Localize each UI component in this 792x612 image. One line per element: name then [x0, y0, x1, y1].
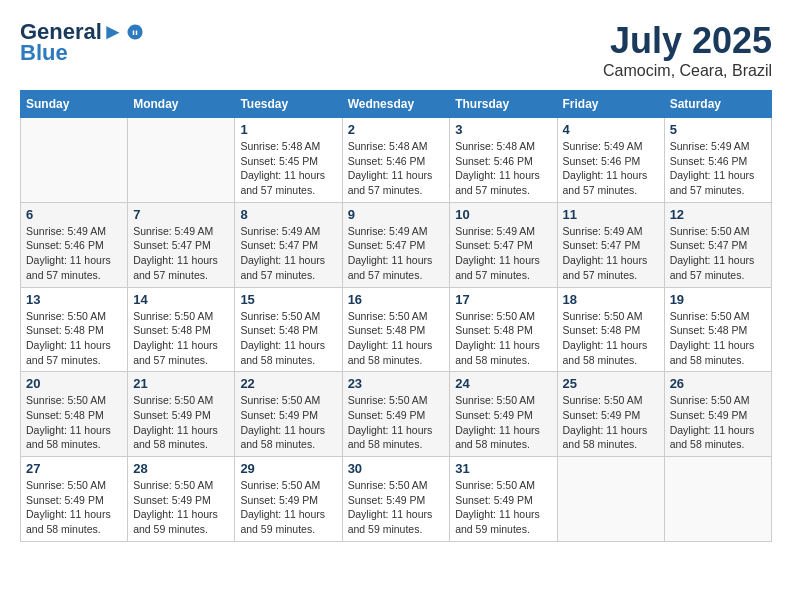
calendar-cell: 1Sunrise: 5:48 AMSunset: 5:45 PMDaylight…	[235, 118, 342, 203]
day-info: Sunrise: 5:50 AMSunset: 5:48 PMDaylight:…	[455, 309, 551, 368]
day-info: Sunrise: 5:50 AMSunset: 5:49 PMDaylight:…	[133, 478, 229, 537]
day-number: 6	[26, 207, 122, 222]
day-info: Sunrise: 5:50 AMSunset: 5:48 PMDaylight:…	[133, 309, 229, 368]
calendar-cell: 3Sunrise: 5:48 AMSunset: 5:46 PMDaylight…	[450, 118, 557, 203]
day-of-week-header: Friday	[557, 91, 664, 118]
day-number: 22	[240, 376, 336, 391]
day-of-week-header: Monday	[128, 91, 235, 118]
day-number: 5	[670, 122, 766, 137]
calendar-cell: 15Sunrise: 5:50 AMSunset: 5:48 PMDayligh…	[235, 287, 342, 372]
day-number: 30	[348, 461, 445, 476]
day-number: 10	[455, 207, 551, 222]
day-info: Sunrise: 5:50 AMSunset: 5:49 PMDaylight:…	[455, 393, 551, 452]
day-number: 13	[26, 292, 122, 307]
day-info: Sunrise: 5:49 AMSunset: 5:47 PMDaylight:…	[563, 224, 659, 283]
month-title: July 2025	[603, 20, 772, 62]
calendar-cell	[21, 118, 128, 203]
day-number: 7	[133, 207, 229, 222]
calendar-cell: 25Sunrise: 5:50 AMSunset: 5:49 PMDayligh…	[557, 372, 664, 457]
day-of-week-header: Wednesday	[342, 91, 450, 118]
calendar-week-row: 1Sunrise: 5:48 AMSunset: 5:45 PMDaylight…	[21, 118, 772, 203]
calendar-cell: 2Sunrise: 5:48 AMSunset: 5:46 PMDaylight…	[342, 118, 450, 203]
day-info: Sunrise: 5:48 AMSunset: 5:46 PMDaylight:…	[455, 139, 551, 198]
day-info: Sunrise: 5:50 AMSunset: 5:49 PMDaylight:…	[670, 393, 766, 452]
calendar-cell: 14Sunrise: 5:50 AMSunset: 5:48 PMDayligh…	[128, 287, 235, 372]
day-info: Sunrise: 5:50 AMSunset: 5:49 PMDaylight:…	[26, 478, 122, 537]
day-number: 11	[563, 207, 659, 222]
day-number: 26	[670, 376, 766, 391]
day-number: 18	[563, 292, 659, 307]
calendar-cell: 27Sunrise: 5:50 AMSunset: 5:49 PMDayligh…	[21, 457, 128, 542]
day-info: Sunrise: 5:50 AMSunset: 5:48 PMDaylight:…	[563, 309, 659, 368]
day-number: 12	[670, 207, 766, 222]
day-number: 25	[563, 376, 659, 391]
day-info: Sunrise: 5:50 AMSunset: 5:49 PMDaylight:…	[133, 393, 229, 452]
day-number: 1	[240, 122, 336, 137]
day-number: 27	[26, 461, 122, 476]
logo-icon	[126, 23, 144, 41]
day-number: 16	[348, 292, 445, 307]
day-info: Sunrise: 5:49 AMSunset: 5:46 PMDaylight:…	[563, 139, 659, 198]
calendar-cell: 17Sunrise: 5:50 AMSunset: 5:48 PMDayligh…	[450, 287, 557, 372]
day-info: Sunrise: 5:49 AMSunset: 5:47 PMDaylight:…	[348, 224, 445, 283]
day-info: Sunrise: 5:48 AMSunset: 5:45 PMDaylight:…	[240, 139, 336, 198]
calendar-week-row: 27Sunrise: 5:50 AMSunset: 5:49 PMDayligh…	[21, 457, 772, 542]
day-number: 15	[240, 292, 336, 307]
day-info: Sunrise: 5:49 AMSunset: 5:47 PMDaylight:…	[455, 224, 551, 283]
day-info: Sunrise: 5:50 AMSunset: 5:49 PMDaylight:…	[348, 478, 445, 537]
calendar-header-row: SundayMondayTuesdayWednesdayThursdayFrid…	[21, 91, 772, 118]
day-of-week-header: Saturday	[664, 91, 771, 118]
day-number: 31	[455, 461, 551, 476]
logo: General► Blue	[20, 20, 144, 66]
calendar-cell: 24Sunrise: 5:50 AMSunset: 5:49 PMDayligh…	[450, 372, 557, 457]
calendar-cell: 8Sunrise: 5:49 AMSunset: 5:47 PMDaylight…	[235, 202, 342, 287]
calendar-cell	[128, 118, 235, 203]
calendar-cell: 10Sunrise: 5:49 AMSunset: 5:47 PMDayligh…	[450, 202, 557, 287]
day-of-week-header: Tuesday	[235, 91, 342, 118]
day-number: 24	[455, 376, 551, 391]
calendar-cell: 18Sunrise: 5:50 AMSunset: 5:48 PMDayligh…	[557, 287, 664, 372]
calendar-cell: 4Sunrise: 5:49 AMSunset: 5:46 PMDaylight…	[557, 118, 664, 203]
calendar-cell: 31Sunrise: 5:50 AMSunset: 5:49 PMDayligh…	[450, 457, 557, 542]
day-number: 14	[133, 292, 229, 307]
day-info: Sunrise: 5:50 AMSunset: 5:49 PMDaylight:…	[563, 393, 659, 452]
day-number: 19	[670, 292, 766, 307]
day-number: 2	[348, 122, 445, 137]
calendar-cell: 29Sunrise: 5:50 AMSunset: 5:49 PMDayligh…	[235, 457, 342, 542]
day-info: Sunrise: 5:50 AMSunset: 5:49 PMDaylight:…	[348, 393, 445, 452]
calendar-cell: 9Sunrise: 5:49 AMSunset: 5:47 PMDaylight…	[342, 202, 450, 287]
calendar-week-row: 13Sunrise: 5:50 AMSunset: 5:48 PMDayligh…	[21, 287, 772, 372]
day-info: Sunrise: 5:49 AMSunset: 5:46 PMDaylight:…	[26, 224, 122, 283]
calendar-cell: 12Sunrise: 5:50 AMSunset: 5:47 PMDayligh…	[664, 202, 771, 287]
day-of-week-header: Sunday	[21, 91, 128, 118]
day-info: Sunrise: 5:50 AMSunset: 5:48 PMDaylight:…	[348, 309, 445, 368]
calendar-cell: 16Sunrise: 5:50 AMSunset: 5:48 PMDayligh…	[342, 287, 450, 372]
day-number: 9	[348, 207, 445, 222]
calendar-cell: 13Sunrise: 5:50 AMSunset: 5:48 PMDayligh…	[21, 287, 128, 372]
calendar-table: SundayMondayTuesdayWednesdayThursdayFrid…	[20, 90, 772, 542]
day-info: Sunrise: 5:50 AMSunset: 5:47 PMDaylight:…	[670, 224, 766, 283]
calendar-week-row: 20Sunrise: 5:50 AMSunset: 5:48 PMDayligh…	[21, 372, 772, 457]
calendar-cell: 19Sunrise: 5:50 AMSunset: 5:48 PMDayligh…	[664, 287, 771, 372]
calendar-cell	[557, 457, 664, 542]
calendar-cell: 21Sunrise: 5:50 AMSunset: 5:49 PMDayligh…	[128, 372, 235, 457]
page-header: General► Blue July 2025 Camocim, Ceara, …	[20, 20, 772, 80]
day-info: Sunrise: 5:50 AMSunset: 5:48 PMDaylight:…	[26, 393, 122, 452]
day-info: Sunrise: 5:50 AMSunset: 5:48 PMDaylight:…	[670, 309, 766, 368]
day-info: Sunrise: 5:50 AMSunset: 5:49 PMDaylight:…	[240, 478, 336, 537]
calendar-cell: 7Sunrise: 5:49 AMSunset: 5:47 PMDaylight…	[128, 202, 235, 287]
calendar-week-row: 6Sunrise: 5:49 AMSunset: 5:46 PMDaylight…	[21, 202, 772, 287]
day-info: Sunrise: 5:50 AMSunset: 5:48 PMDaylight:…	[26, 309, 122, 368]
day-number: 3	[455, 122, 551, 137]
title-block: July 2025 Camocim, Ceara, Brazil	[603, 20, 772, 80]
calendar-cell: 22Sunrise: 5:50 AMSunset: 5:49 PMDayligh…	[235, 372, 342, 457]
calendar-cell	[664, 457, 771, 542]
calendar-cell: 30Sunrise: 5:50 AMSunset: 5:49 PMDayligh…	[342, 457, 450, 542]
day-number: 20	[26, 376, 122, 391]
calendar-cell: 11Sunrise: 5:49 AMSunset: 5:47 PMDayligh…	[557, 202, 664, 287]
day-of-week-header: Thursday	[450, 91, 557, 118]
calendar-cell: 20Sunrise: 5:50 AMSunset: 5:48 PMDayligh…	[21, 372, 128, 457]
calendar-cell: 6Sunrise: 5:49 AMSunset: 5:46 PMDaylight…	[21, 202, 128, 287]
day-number: 17	[455, 292, 551, 307]
day-number: 23	[348, 376, 445, 391]
